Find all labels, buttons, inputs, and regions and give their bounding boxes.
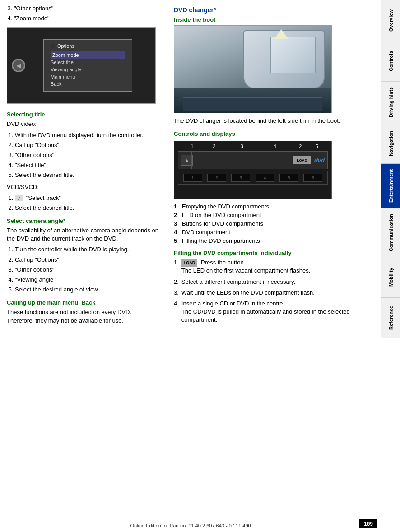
cam-step-4: "Viewing angle" xyxy=(15,276,160,284)
select-camera-heading: Select camera angle* xyxy=(7,217,160,224)
cam-step-2: Call up "Options". xyxy=(15,256,160,264)
boot-image-inner xyxy=(174,26,331,113)
list-item-3: "Other options" xyxy=(14,5,160,13)
dvd-video-steps: With the DVD menu displayed, turn the co… xyxy=(15,131,160,180)
zoom-mode-image: ◀ Options Zoom mode Select title Viewing… xyxy=(7,27,156,104)
dvd-step-3: "Other options" xyxy=(15,151,160,159)
sidebar-tab-driving-hints[interactable]: Driving hints xyxy=(381,81,400,123)
controls-item-5: 5 Filling the DVD compartments xyxy=(174,237,374,244)
controls-list: 1 Emptying the DVD compartments 2 LED on… xyxy=(174,203,374,244)
filling-step-2: 2. Select a different compartment if nec… xyxy=(174,278,374,286)
select-track-icon: ⇌ xyxy=(15,195,23,201)
cam-step-1: Turn the controller while the DVD is pla… xyxy=(15,245,160,254)
dvd-step-4: "Select title" xyxy=(15,161,160,169)
calling-main-menu-heading: Calling up the main menu, Back xyxy=(7,299,160,306)
zoom-menu-item-back: Back xyxy=(51,80,125,88)
zoom-menu-title: Options xyxy=(57,43,74,49)
sidebar-tab-reference[interactable]: Reference xyxy=(381,297,400,338)
controller-icon: ◀ xyxy=(12,59,25,72)
dvd-slot-4: 4 xyxy=(256,174,274,182)
filling-steps: 1. LOAD Press the button. The LED on the… xyxy=(174,259,374,324)
calling-main-menu-section: Calling up the main menu, Back These fun… xyxy=(7,299,160,324)
controls-item-2: 2 LED on the DVD compartment xyxy=(174,212,374,218)
page-number: 169 xyxy=(359,519,377,528)
cam-step-3: "Other options" xyxy=(15,266,160,274)
controls-displays-heading: Controls and displays xyxy=(174,130,374,137)
selecting-title-section: Selecting title DVD video: With the DVD … xyxy=(7,111,160,212)
dvd-slot-1: 1 xyxy=(183,174,202,182)
footer: Online Edition for Part no. 01 40 2 607 … xyxy=(0,519,381,532)
sidebar-tab-overview[interactable]: Overview xyxy=(381,0,400,41)
dvd-num-2a: 2 xyxy=(203,143,225,149)
zoom-menu-box: Options Zoom mode Select title Viewing a… xyxy=(43,39,132,92)
controls-item-4: 4 DVD compartment xyxy=(174,229,374,236)
controls-item-3: 3 Buttons for DVD compartments xyxy=(174,220,374,227)
dvd-num-3: 3 xyxy=(225,143,258,149)
right-column: DVD changer* Inside the boot The DVD cha… xyxy=(167,0,381,532)
dvd-eject-button[interactable]: ▲ xyxy=(181,155,193,166)
left-column: "Other options" "Zoom mode" ◀ Options Zo… xyxy=(0,0,167,532)
dvd-slot-5: 5 xyxy=(279,174,298,182)
zoom-menu-item-main-menu: Main menu xyxy=(51,73,125,80)
dvd-main-panel: ▲ LOAD dvd xyxy=(178,151,328,169)
cam-step-5: Select the desired angle of view. xyxy=(15,286,160,294)
dvd-load-button[interactable]: LOAD xyxy=(293,156,311,164)
boot-mechanism xyxy=(270,37,316,73)
dvd-slot-3: 3 xyxy=(231,174,250,182)
zoom-menu-item-select-title: Select title xyxy=(51,59,125,66)
dvd-changer-heading: DVD changer* xyxy=(174,6,374,14)
filling-step-3: 3. Wait until the LEDs on the DVD compar… xyxy=(174,289,374,297)
camera-steps: Turn the controller while the DVD is pla… xyxy=(15,245,160,294)
filling-step-1: 1. LOAD Press the button. The LED on the… xyxy=(174,259,374,275)
boot-description: The DVD changer is located behind the le… xyxy=(174,117,374,125)
dvd-step-5: Select the desired title. xyxy=(15,171,160,179)
load-badge: LOAD xyxy=(181,259,198,267)
vcd-step-2: Select the desired title. xyxy=(15,204,160,212)
vcd-step-1: ⇌ "Select track" xyxy=(15,194,160,202)
footer-text: Online Edition for Part no. 01 40 2 607 … xyxy=(130,523,251,528)
dvd-diagram: 1 2 3 4 2 5 ▲ LOAD dvd xyxy=(174,141,332,199)
dvd-slot-6: 6 xyxy=(303,174,322,182)
inside-boot-heading: Inside the boot xyxy=(174,16,374,23)
vcd-label: VCD/SVCD: xyxy=(7,183,160,191)
list-item-4: "Zoom mode" xyxy=(14,14,160,23)
checkbox-icon xyxy=(51,44,55,48)
dvd-step-1: With the DVD menu displayed, turn the co… xyxy=(15,131,160,139)
select-camera-body: The availability of an alternative camer… xyxy=(7,227,160,243)
vcd-steps: ⇌ "Select track" Select the desired titl… xyxy=(15,194,160,212)
zoom-menu-item-zoom: Zoom mode xyxy=(51,51,125,59)
zoom-menu-item-viewing-angle: Viewing angle xyxy=(51,66,125,73)
dvd-num-1: 1 xyxy=(181,143,203,149)
zoom-menu-header: Options xyxy=(51,43,125,49)
dvd-video-label: DVD video: xyxy=(7,120,160,128)
dvd-numbers-row: 1 2 3 4 2 5 xyxy=(174,143,331,149)
boot-image xyxy=(174,25,332,113)
boot-arrow xyxy=(274,29,288,39)
dvd-slot-2: 2 xyxy=(207,174,226,182)
dvd-slots-row: 1 2 3 4 5 6 xyxy=(178,171,328,185)
dvd-step-2: Call up "Options". xyxy=(15,141,160,149)
sidebar-tab-entertainment[interactable]: Entertainment xyxy=(381,163,400,208)
select-camera-section: Select camera angle* The availability of… xyxy=(7,217,160,294)
dvd-logo: dvd xyxy=(314,157,325,164)
calling-main-menu-body: These functions are not included on ever… xyxy=(7,308,160,324)
dvd-num-2b: 2 xyxy=(292,143,309,149)
sidebar-tab-controls[interactable]: Controls xyxy=(381,41,400,81)
sidebar-tab-communication[interactable]: Communication xyxy=(381,208,400,257)
sidebar-tab-mobility[interactable]: Mobility xyxy=(381,257,400,297)
controls-item-1: 1 Emptying the DVD compartments xyxy=(174,203,374,210)
dvd-num-5: 5 xyxy=(309,143,325,149)
dvd-num-4: 4 xyxy=(258,143,291,149)
dvd-lines-row xyxy=(174,149,331,151)
boot-panel xyxy=(183,97,322,111)
sidebar: Overview Controls Driving hints Navigati… xyxy=(381,0,400,532)
selecting-title-heading: Selecting title xyxy=(7,111,160,118)
filling-heading: Filling the DVD compartments individuall… xyxy=(174,250,374,256)
filling-step-4: 4. Insert a single CD or DVD in the cent… xyxy=(174,300,374,324)
sidebar-tab-navigation[interactable]: Navigation xyxy=(381,123,400,163)
